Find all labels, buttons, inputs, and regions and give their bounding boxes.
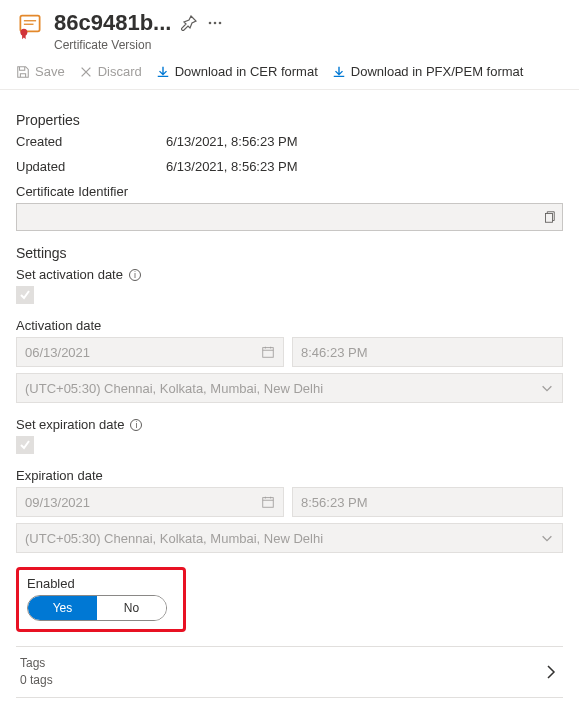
svg-rect-8 <box>263 348 274 358</box>
created-row: Created 6/13/2021, 8:56:23 PM <box>16 134 563 149</box>
tags-row[interactable]: Tags 0 tags <box>16 646 563 698</box>
save-button: Save <box>16 64 65 79</box>
more-icon[interactable] <box>207 15 223 31</box>
cert-id-label: Certificate Identifier <box>16 184 563 199</box>
expiration-tz-select[interactable]: (UTC+05:30) Chennai, Kolkata, Mumbai, Ne… <box>16 523 563 553</box>
svg-point-4 <box>209 22 212 25</box>
activation-date-input[interactable]: 06/13/2021 <box>16 337 284 367</box>
updated-value: 6/13/2021, 8:56:23 PM <box>166 159 298 174</box>
svg-rect-7 <box>546 214 553 223</box>
enabled-no[interactable]: No <box>97 596 166 620</box>
page-header: 86c9481b... Certificate Version <box>0 0 579 58</box>
svg-point-6 <box>219 22 222 25</box>
checkmark-icon <box>19 289 31 301</box>
certificate-icon <box>16 12 44 40</box>
expiration-date-input[interactable]: 09/13/2021 <box>16 487 284 517</box>
tags-count: 0 tags <box>20 672 53 689</box>
enabled-toggle[interactable]: Yes No <box>27 595 167 621</box>
tags-label: Tags <box>20 655 53 672</box>
info-icon[interactable]: i <box>130 419 142 431</box>
checkmark-icon <box>19 439 31 451</box>
svg-rect-9 <box>263 498 274 508</box>
chevron-down-icon <box>540 531 554 545</box>
chevron-right-icon <box>543 664 559 680</box>
set-expiration-label: Set expiration date i <box>16 417 563 432</box>
expiration-checkbox[interactable] <box>16 436 34 454</box>
activation-date-row: 06/13/2021 8:46:23 PM <box>16 337 563 367</box>
discard-label: Discard <box>98 64 142 79</box>
updated-label: Updated <box>16 159 166 174</box>
set-activation-label: Set activation date i <box>16 267 563 282</box>
download-icon <box>156 65 170 79</box>
activation-time-input[interactable]: 8:46:23 PM <box>292 337 563 367</box>
expiration-time-input[interactable]: 8:56:23 PM <box>292 487 563 517</box>
close-icon <box>79 65 93 79</box>
created-label: Created <box>16 134 166 149</box>
properties-heading: Properties <box>16 112 563 128</box>
toolbar: Save Discard Download in CER format Down… <box>0 58 579 90</box>
save-label: Save <box>35 64 65 79</box>
enabled-yes[interactable]: Yes <box>28 596 97 620</box>
cert-id-field[interactable] <box>16 203 563 231</box>
created-value: 6/13/2021, 8:56:23 PM <box>166 134 298 149</box>
page-subtitle: Certificate Version <box>54 38 563 52</box>
enabled-label: Enabled <box>27 576 175 591</box>
updated-row: Updated 6/13/2021, 8:56:23 PM <box>16 159 563 174</box>
download-cer-button[interactable]: Download in CER format <box>156 64 318 79</box>
pin-icon[interactable] <box>181 15 197 31</box>
download-cer-label: Download in CER format <box>175 64 318 79</box>
info-icon[interactable]: i <box>129 269 141 281</box>
download-pfx-label: Download in PFX/PEM format <box>351 64 524 79</box>
activation-tz-select[interactable]: (UTC+05:30) Chennai, Kolkata, Mumbai, Ne… <box>16 373 563 403</box>
save-icon <box>16 65 30 79</box>
settings-heading: Settings <box>16 245 563 261</box>
calendar-icon <box>261 345 275 359</box>
copy-icon[interactable] <box>542 210 556 224</box>
expiration-date-row: 09/13/2021 8:56:23 PM <box>16 487 563 517</box>
chevron-down-icon <box>540 381 554 395</box>
page-title: 86c9481b... <box>54 10 171 36</box>
download-pfx-button[interactable]: Download in PFX/PEM format <box>332 64 524 79</box>
activation-checkbox[interactable] <box>16 286 34 304</box>
svg-point-5 <box>214 22 217 25</box>
calendar-icon <box>261 495 275 509</box>
content: Properties Created 6/13/2021, 8:56:23 PM… <box>0 90 579 705</box>
enabled-highlight: Enabled Yes No <box>16 567 186 632</box>
discard-button: Discard <box>79 64 142 79</box>
svg-point-3 <box>20 29 27 36</box>
expiration-date-label: Expiration date <box>16 468 563 483</box>
activation-date-label: Activation date <box>16 318 563 333</box>
download-icon <box>332 65 346 79</box>
